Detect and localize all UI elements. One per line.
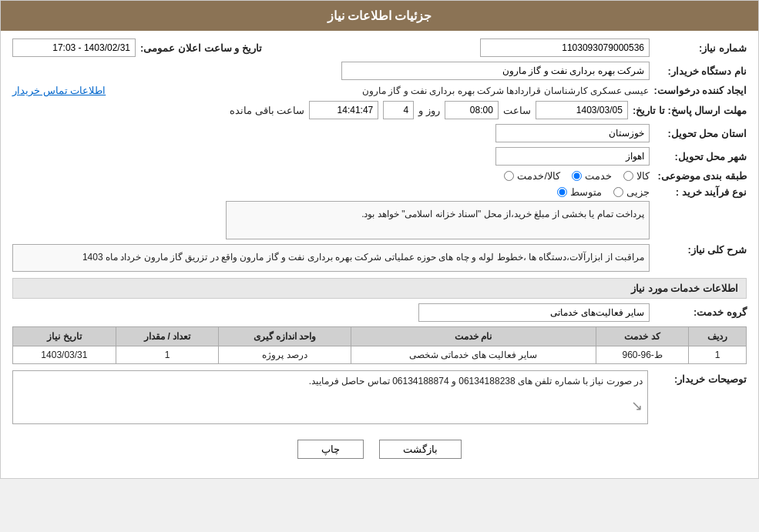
button-row: بازگشت چاپ xyxy=(12,430,747,470)
cell-tarikh: 1403/03/31 xyxy=(13,346,116,363)
tabaqe-label: طبقه بندی موضوعی: xyxy=(654,170,747,182)
shomare-niaz-input[interactable] xyxy=(480,38,650,57)
col-tarikh: تاریخ نیاز xyxy=(13,326,116,346)
shahr-input[interactable] xyxy=(495,147,650,166)
tarikhe-elaan-input[interactable] xyxy=(12,38,136,57)
nove-motavasset-item[interactable]: متوسط xyxy=(557,186,602,198)
shahr-label: شهر محل تحویل: xyxy=(654,151,747,162)
ijad-konande-label: ایجاد کننده درخواست: xyxy=(653,85,747,96)
tabaqe-kala-khadamat-label: کالا/خدمت xyxy=(517,170,560,182)
tabaqe-kala-radio[interactable] xyxy=(623,171,633,181)
date-input[interactable] xyxy=(536,101,628,119)
baqi-mande-input[interactable] xyxy=(309,101,378,119)
khadamat-header: اطلاعات خدمات مورد نیاز xyxy=(12,278,747,299)
tabaqe-khadamat-item[interactable]: خدمت xyxy=(572,170,612,182)
nove-options: جزیی متوسط xyxy=(226,186,650,198)
saat-input[interactable] xyxy=(445,101,499,119)
cell-kod: ط-96-960 xyxy=(596,346,688,363)
baqi-mande-label: ساعت باقی مانده xyxy=(230,105,304,116)
page-title: جزئیات اطلاعات نیاز xyxy=(1,1,758,31)
tabaqe-options: کالا خدمت کالا/خدمت xyxy=(504,170,650,182)
col-vahed: واحد اندازه گیری xyxy=(219,326,351,346)
cell-vahed: درصد پروژه xyxy=(219,346,351,363)
nove-motavasset-radio[interactable] xyxy=(557,187,567,197)
tabaqe-khadamat-radio[interactable] xyxy=(572,171,582,181)
cell-radif: 1 xyxy=(689,346,747,363)
print-button[interactable]: چاپ xyxy=(297,440,364,459)
col-radif: ردیف xyxy=(689,326,747,346)
nove-jozi-item[interactable]: جزیی xyxy=(613,186,650,198)
nove-jozi-label: جزیی xyxy=(626,186,650,198)
shomare-niaz-label: شماره نیاز: xyxy=(654,42,747,54)
buyer-desc-box: در صورت نیاز با شماره تلفن های 061341882… xyxy=(12,370,648,424)
nam-dastgah-input[interactable] xyxy=(341,62,650,80)
nove-jozi-radio[interactable] xyxy=(613,187,623,197)
nam-dastgah-label: نام دستگاه خریدار: xyxy=(654,65,747,77)
mohlat-ersal-label: مهلت ارسال پاسخ: تا تاریخ: xyxy=(633,105,747,116)
sharh-value: مراقبت از ابزارآلات،دستگاه ها ،خطوط لوله… xyxy=(12,244,650,272)
tabaqe-kala-label: کالا xyxy=(636,170,650,182)
garoh-khadamat-label: گروه خدمت: xyxy=(654,306,747,318)
nove-description: پرداخت تمام یا بخشی از مبلغ خرید،از محل … xyxy=(226,201,650,239)
roz-input[interactable] xyxy=(383,101,414,119)
ejad-link[interactable]: اطلاعات تماس خریدار xyxy=(12,85,106,96)
col-nam: نام خدمت xyxy=(351,326,596,346)
saat-label: ساعت xyxy=(503,105,531,116)
tabaqe-kala-khadamat-item[interactable]: کالا/خدمت xyxy=(504,170,560,182)
back-button[interactable]: بازگشت xyxy=(379,440,462,459)
ijad-konande-value: عیسی عسکری کارشناسان قراردادها شرکت بهره… xyxy=(110,85,649,96)
nove-motavasset-label: متوسط xyxy=(570,186,602,198)
table-row: 1 ط-96-960 سایر فعالیت های خدماتی شخصی د… xyxy=(13,346,747,363)
tabaqe-kala-item[interactable]: کالا xyxy=(623,170,650,182)
tarikhe-elaan-label: تاریخ و ساعت اعلان عمومی: xyxy=(140,42,262,54)
sharh-label: شرح کلی نیاز: xyxy=(654,244,747,256)
tabaqe-kala-khadamat-radio[interactable] xyxy=(504,171,514,181)
ostan-input[interactable] xyxy=(495,124,650,142)
tabaqe-khadamat-label: خدمت xyxy=(585,170,612,182)
garoh-khadamat-input[interactable] xyxy=(418,303,650,322)
col-tedad: تعداد / مقدار xyxy=(116,326,219,346)
buyer-desc-value: در صورت نیاز با شماره تلفن های 061341882… xyxy=(18,376,643,386)
services-table: ردیف کد خدمت نام خدمت واحد اندازه گیری ت… xyxy=(12,326,747,364)
col-kod: کد خدمت xyxy=(596,326,688,346)
roz-label: روز و xyxy=(418,105,440,116)
cell-nam: سایر فعالیت های خدماتی شخصی xyxy=(351,346,596,363)
nove-farayand-label: نوع فرآیند خرید : xyxy=(654,186,747,198)
buyer-desc-label: توصیحات خریدار: xyxy=(654,370,747,385)
cell-tedad: 1 xyxy=(116,346,219,363)
ostan-label: استان محل تحویل: xyxy=(654,128,747,139)
